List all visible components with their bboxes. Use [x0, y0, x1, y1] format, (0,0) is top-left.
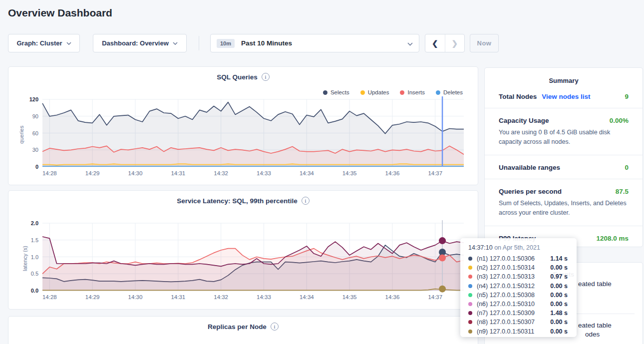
tooltip-row-n6: (n6) 127.0.0.1:503100.00 s [468, 300, 570, 309]
n7-dot-icon [468, 311, 472, 315]
svg-text:14:30: 14:30 [128, 170, 143, 176]
dashboard-dropdown-label: Dashboard: Overview [102, 39, 169, 47]
time-step-arrows: ❮ ❯ [425, 34, 465, 52]
summary-row-total-nodes: Total Nodes View nodes list 9 [485, 84, 643, 108]
view-nodes-list-link[interactable]: View nodes list [542, 93, 590, 100]
page-title: Overview Dashboard [8, 7, 112, 19]
sql-queries-plot[interactable]: queries 030609012014:2814:2914:3014:3114… [14, 93, 472, 179]
svg-text:14:31: 14:31 [171, 294, 185, 300]
svg-text:1.5: 1.5 [31, 237, 38, 243]
n5-dot-icon [468, 293, 472, 297]
tooltip-date: on Apr 5th, 2021 [494, 244, 540, 251]
svg-text:30: 30 [32, 147, 38, 153]
now-button[interactable]: Now [470, 34, 499, 52]
total-nodes-label: Total Nodes [499, 93, 537, 100]
event-item[interactable]: eated table [578, 280, 612, 288]
service-latency-title: Service Latency: SQL, 99th percentile [177, 197, 298, 205]
svg-text:0.0: 0.0 [31, 288, 38, 294]
n2-dot-icon [468, 266, 472, 270]
svg-text:14:31: 14:31 [171, 170, 185, 176]
graph-dropdown[interactable]: Graph: Cluster [8, 34, 80, 52]
sql-queries-ylabel: queries [18, 126, 24, 144]
svg-text:14:34: 14:34 [300, 294, 314, 300]
svg-text:0.5: 0.5 [31, 271, 38, 277]
summary-title: Summary [485, 68, 643, 84]
summary-row-capacity-usage: Capacity Usage 0.00% You are using 0 B o… [485, 108, 643, 155]
p99-latency-value: 1208.0 ms [596, 235, 629, 242]
time-range-badge: 10m [217, 39, 235, 48]
n9-dot-icon [468, 330, 472, 334]
svg-text:14:36: 14:36 [385, 294, 400, 300]
tooltip-row-n2: (n2) 127.0.0.1:503140.00 s [468, 263, 570, 272]
chart-hover-tooltip: 14:37:10 on Apr 5th, 2021 (n1) 127.0.0.1… [460, 238, 577, 337]
n1-dot-icon [468, 257, 472, 261]
svg-text:1.0: 1.0 [31, 254, 38, 260]
svg-text:14:37: 14:37 [428, 294, 442, 300]
tooltip-row-n5: (n5) 127.0.0.1:503080.00 s [468, 291, 570, 300]
time-range-picker[interactable]: 10m Past 10 Minutes [210, 34, 419, 52]
svg-text:14:30: 14:30 [128, 294, 143, 300]
tooltip-row-n1: (n1) 127.0.0.1:503061.14 s [468, 254, 570, 263]
unavailable-ranges-label: Unavailable ranges [499, 164, 560, 171]
summary-panel: Summary Total Nodes View nodes list 9 Ca… [484, 67, 643, 247]
service-latency-plot[interactable]: latency (s) 0.00.51.01.52.014:2814:2914:… [14, 217, 472, 303]
tooltip-row-n4: (n4) 127.0.0.1:503120.00 s [468, 282, 570, 291]
tooltip-row-n9: (n9) 127.0.0.1:503110.00 s [468, 327, 570, 336]
svg-text:14:35: 14:35 [342, 170, 357, 176]
sql-queries-card: SQL Queries i Selects Updates Inserts De… [8, 66, 478, 185]
capacity-usage-value: 0.00% [610, 117, 629, 124]
tooltip-time: 14:37:10 [468, 244, 493, 251]
event-item[interactable]: eated table [578, 322, 612, 329]
svg-text:14:33: 14:33 [257, 294, 271, 300]
replicas-per-node-title: Replicas per Node [208, 323, 267, 331]
chevron-down-icon [173, 42, 178, 45]
capacity-usage-label: Capacity Usage [499, 117, 549, 124]
service-latency-sql-99th-percentile-svg: 0.00.51.01.52.014:2814:2914:3014:3114:32… [14, 217, 472, 303]
svg-text:2.0: 2.0 [31, 220, 38, 226]
n4-dot-icon [468, 284, 472, 288]
service-latency-ylabel: latency (s) [22, 246, 28, 271]
svg-text:14:37: 14:37 [428, 170, 442, 176]
qps-label: Queries per second [499, 188, 562, 195]
svg-text:14:33: 14:33 [257, 170, 271, 176]
toolbar-divider [199, 36, 199, 50]
svg-text:14:36: 14:36 [385, 170, 400, 176]
time-range-label: Past 10 Minutes [241, 39, 407, 47]
svg-text:14:34: 14:34 [300, 170, 314, 176]
tooltip-row-n3: (n3) 127.0.0.1:503130.97 s [468, 272, 570, 281]
qps-value: 87.5 [616, 188, 629, 195]
capacity-usage-desc: You are using 0 B of 4.5 GiB usable disk… [499, 128, 629, 147]
graph-dropdown-label: Graph: Cluster [16, 39, 62, 47]
svg-text:14:35: 14:35 [342, 294, 357, 300]
summary-row-qps: Queries per second 87.5 Sum of Selects, … [485, 179, 643, 226]
overview-dashboard-page: Overview Dashboard Graph: Cluster Dashbo… [0, 0, 644, 344]
info-icon[interactable]: i [302, 197, 310, 205]
svg-text:14:29: 14:29 [85, 294, 100, 300]
service-latency-card: Service Latency: SQL, 99th percentile i … [8, 190, 478, 310]
svg-text:14:28: 14:28 [42, 170, 57, 176]
svg-text:14:32: 14:32 [214, 170, 228, 176]
prev-time-button[interactable]: ❮ [425, 34, 445, 52]
svg-text:90: 90 [32, 113, 38, 119]
svg-text:0: 0 [35, 164, 38, 170]
info-icon[interactable]: i [262, 73, 270, 81]
svg-text:120: 120 [29, 96, 38, 102]
qps-desc: Sum of Selects, Updates, Inserts, and De… [499, 199, 629, 218]
svg-text:14:32: 14:32 [214, 294, 228, 300]
dashboard-dropdown[interactable]: Dashboard: Overview [93, 34, 187, 52]
svg-text:14:28: 14:28 [42, 294, 57, 300]
total-nodes-value: 9 [625, 93, 629, 100]
svg-text:60: 60 [32, 130, 38, 136]
sql-queries-svg: 030609012014:2814:2914:3014:3114:3214:33… [14, 93, 472, 179]
info-icon[interactable]: i [271, 323, 279, 331]
event-item[interactable]: odes [585, 331, 600, 338]
svg-text:14:29: 14:29 [85, 170, 100, 176]
summary-row-unavailable-ranges: Unavailable ranges 0 [485, 155, 643, 179]
unavailable-ranges-value: 0 [625, 164, 629, 171]
next-time-button[interactable]: ❯ [445, 34, 465, 52]
n6-dot-icon [468, 302, 472, 306]
chevron-down-icon [66, 42, 71, 45]
replicas-per-node-card: Replicas per Node i [8, 316, 478, 344]
n3-dot-icon [468, 275, 472, 279]
tooltip-row-n8: (n8) 127.0.0.1:503070.00 s [468, 318, 570, 327]
